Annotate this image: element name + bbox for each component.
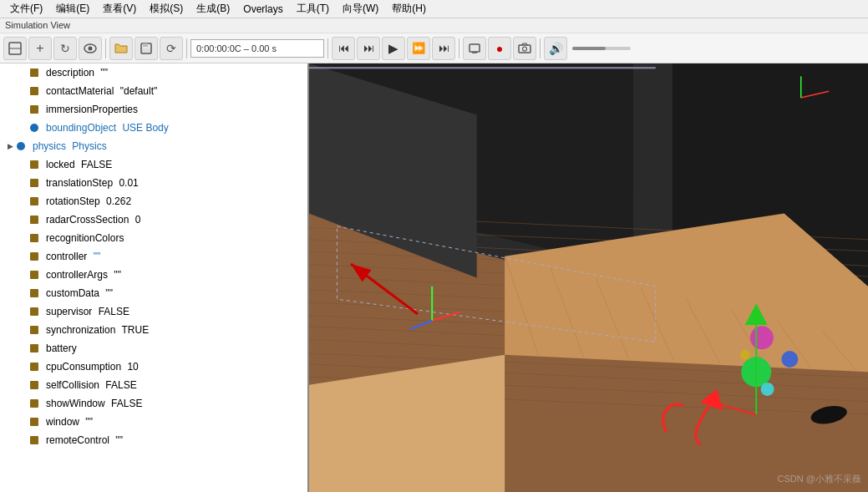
prop-value-contactMaterial: "default" <box>117 85 157 97</box>
menu-edit[interactable]: 编辑(E) <box>49 0 96 18</box>
folder-icon <box>114 43 128 54</box>
tree-item-battery[interactable]: battery <box>0 339 307 358</box>
time-display: 0:00:00:0C – 0.00 s <box>190 39 324 58</box>
watermark: CSDN @小雅不采薇 <box>778 473 861 485</box>
tree-arrow-physics[interactable]: ▶ <box>3 139 17 153</box>
viewport-3d[interactable]: CSDN @小雅不采薇 <box>309 63 868 492</box>
scene-canvas <box>309 63 868 492</box>
prop-icon-circle-physics <box>17 140 28 152</box>
menu-tools[interactable]: 工具(T) <box>290 0 336 18</box>
menu-file[interactable]: 文件(F) <box>3 0 49 18</box>
menu-view[interactable]: 查看(V) <box>96 0 143 18</box>
toolbar-screen-btn[interactable] <box>463 37 486 60</box>
prop-value-physics: Physics <box>69 140 107 152</box>
toolbar-step-btn[interactable]: ⏭ <box>357 37 380 60</box>
prop-value-showWindow: FALSE <box>109 398 143 409</box>
property-tree[interactable]: description ""contactMaterial "default"i… <box>0 63 309 492</box>
toolbar-fast-btn[interactable]: ⏩ <box>407 37 430 60</box>
tree-item-immersionProperties[interactable]: immersionProperties <box>0 100 307 119</box>
record-icon: ● <box>496 42 503 55</box>
toolbar-save-btn[interactable] <box>135 37 158 60</box>
prop-icon-square-battery <box>30 342 42 354</box>
toolbar-eye-btn[interactable] <box>79 37 102 60</box>
tree-item-cpuConsumption[interactable]: cpuConsumption 10 <box>0 358 307 376</box>
camera-icon <box>518 43 531 53</box>
prop-label-recognitionColors: recognitionColors <box>46 232 124 244</box>
prop-icon-square-supervisor <box>30 306 42 317</box>
toolbar-add-btn[interactable]: + <box>28 37 52 60</box>
reload-icon: ⟳ <box>166 42 176 55</box>
prop-label-immersionProperties: immersionProperties <box>46 104 138 115</box>
svg-rect-5 <box>143 43 148 47</box>
tree-item-remoteControl[interactable]: remoteControl "" <box>0 431 307 449</box>
toolbar-rewind-btn[interactable]: ⏮ <box>332 37 355 60</box>
prop-icon-square-immersionProperties <box>30 104 42 115</box>
toolbar-folder-btn[interactable] <box>109 37 133 60</box>
tree-item-recognitionColors[interactable]: recognitionColors <box>0 229 307 247</box>
sep4 <box>459 38 459 58</box>
prop-label-controller: controller <box>46 251 87 262</box>
svg-point-3 <box>89 46 93 50</box>
prop-icon-square-controllerArgs <box>30 269 42 281</box>
prop-label-radarCrossSection: radarCrossSection <box>46 214 129 226</box>
volume-slider-area[interactable] <box>572 47 631 50</box>
volume-track[interactable] <box>572 47 631 50</box>
toolbar-reload-btn[interactable]: ⟳ <box>160 37 183 60</box>
prop-value-radarCrossSection: 0 <box>132 214 140 226</box>
tree-item-rotationStep[interactable]: rotationStep 0.262 <box>0 192 307 210</box>
tree-item-contactMaterial[interactable]: contactMaterial "default" <box>0 82 307 100</box>
toolbar-world-btn[interactable] <box>3 37 27 60</box>
menu-wizard[interactable]: 向导(W) <box>336 0 385 18</box>
tree-item-locked[interactable]: locked FALSE <box>0 155 307 174</box>
prop-value-description: "" <box>98 67 108 79</box>
menu-simulate[interactable]: 模拟(S) <box>143 0 190 18</box>
menu-build[interactable]: 生成(B) <box>190 0 236 18</box>
svg-rect-10 <box>519 45 530 53</box>
tree-item-customData[interactable]: customData "" <box>0 284 307 302</box>
toolbar-record-btn[interactable]: ● <box>488 37 511 60</box>
prop-label-customData: customData <box>46 287 99 299</box>
tree-item-radarCrossSection[interactable]: radarCrossSection 0 <box>0 210 307 229</box>
toolbar-play-btn[interactable]: ▶ <box>382 37 405 60</box>
tree-item-physics[interactable]: ▶physics Physics <box>0 137 307 155</box>
play-icon: ▶ <box>388 41 398 56</box>
prop-value-customData: "" <box>103 287 113 299</box>
sim-title: Simulation View <box>0 18 868 33</box>
volume-fill <box>572 47 606 50</box>
sound-icon: 🔊 <box>549 42 563 55</box>
prop-value-selfCollision: FALSE <box>103 379 137 391</box>
prop-label-remoteControl: remoteControl <box>46 434 109 446</box>
prop-icon-circle-boundingObject <box>30 122 42 134</box>
prop-value-rotationStep: 0.262 <box>104 195 131 207</box>
prop-label-boundingObject: boundingObject <box>46 122 116 134</box>
prop-label-rotationStep: rotationStep <box>46 195 100 207</box>
tree-item-controllerArgs[interactable]: controllerArgs "" <box>0 266 307 284</box>
sep2 <box>186 38 187 58</box>
prop-label-physics: physics <box>33 140 66 152</box>
toolbar-camera-btn[interactable] <box>513 37 536 60</box>
prop-value-cpuConsumption: 10 <box>124 361 139 373</box>
tree-item-translationStep[interactable]: translationStep 0.01 <box>0 174 307 192</box>
tree-item-showWindow[interactable]: showWindow FALSE <box>0 394 307 413</box>
tree-item-synchronization[interactable]: synchronization TRUE <box>0 321 307 339</box>
prop-label-showWindow: showWindow <box>46 398 105 409</box>
toolbar-sound-btn[interactable]: 🔊 <box>544 37 567 60</box>
prop-label-battery: battery <box>46 342 77 354</box>
prop-value-boundingObject: USE Body <box>119 122 169 134</box>
prop-icon-square-controller <box>30 251 42 262</box>
tree-item-selfCollision[interactable]: selfCollision FALSE <box>0 376 307 394</box>
tree-item-supervisor[interactable]: supervisor FALSE <box>0 302 307 321</box>
menu-overlays[interactable]: Overlays <box>236 2 289 17</box>
toolbar-faster-btn[interactable]: ⏭ <box>432 37 455 60</box>
svg-rect-7 <box>470 44 480 52</box>
tree-item-boundingObject[interactable]: boundingObject USE Body <box>0 119 307 137</box>
tree-item-controller[interactable]: controller "" <box>0 247 307 266</box>
toolbar-refresh-btn[interactable]: ↻ <box>53 37 77 60</box>
tree-item-window[interactable]: window "" <box>0 413 307 431</box>
menu-help[interactable]: 帮助(H) <box>385 0 433 18</box>
refresh-icon: ↻ <box>60 42 70 55</box>
step-icon: ⏭ <box>363 42 374 54</box>
prop-value-controllerArgs: "" <box>111 269 121 281</box>
prop-label-description: description <box>46 67 94 79</box>
tree-item-description[interactable]: description "" <box>0 63 307 82</box>
